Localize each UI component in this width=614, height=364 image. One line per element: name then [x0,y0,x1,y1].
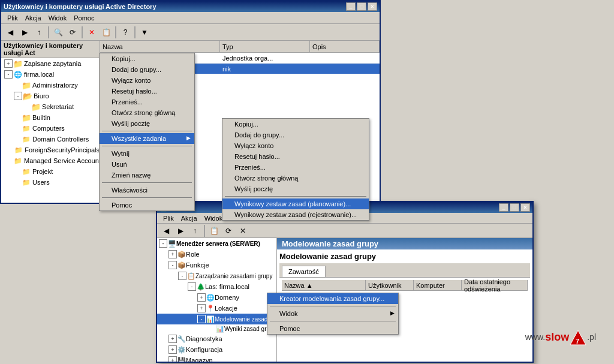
ctx-wytnij[interactable]: Wytnij [100,148,194,159]
sm-forward-btn[interactable]: ▶ [174,224,187,237]
tree-label-users: Users [32,179,50,186]
sm-gpmanage-expander[interactable]: - [178,272,186,280]
menu-pomoc[interactable]: Pomoc [70,13,98,23]
sm-las-expander[interactable]: - [188,282,196,291]
sm-minimize[interactable]: _ [499,203,508,212]
sm-lokacje-expander[interactable]: + [197,304,206,312]
sm-col-uzytkownik[interactable]: Użytkownik [366,280,414,290]
filter-button[interactable]: ▼ [138,26,151,39]
sm-modelowanie-expander[interactable]: - [197,315,206,323]
sm-tree-modelowanie[interactable]: - 📊 Modelowanie zasad gru [157,314,276,324]
tree-item-administratorzy[interactable]: 📁 Administratorzy [1,80,100,91]
forward-button[interactable]: ▶ [18,26,31,39]
ctx-wlasciwosci[interactable]: Właściwości [100,185,194,195]
sm-maximize[interactable]: □ [510,203,519,212]
sub-kopiuj[interactable]: Kopiuj... [222,119,369,130]
sm-role-expander[interactable]: + [168,250,177,258]
tree-item-computers[interactable]: 📁 Computers [1,123,100,134]
sm-tree-gpmanage[interactable]: - 📋 Zarządzanie zasadami grupy [157,270,276,281]
sm-tree-las[interactable]: - 🌲 Las: firma.local [157,281,276,292]
refresh-button[interactable]: ⟳ [66,26,79,39]
sm-tab-zawartosc[interactable]: Zawartość [282,266,326,277]
ctx-przenies[interactable]: Przenieś... [100,97,194,107]
sm-tree-lokacje[interactable]: + 📍 Lokacje [157,303,276,314]
tree-item-saved-queries[interactable]: + 📁 Zapisane zapytania [1,58,100,69]
tree-item-projekt[interactable]: 📁 Projekt [1,166,100,177]
ctx-resetuj[interactable]: Resetuj hasło... [100,86,194,97]
col-header-name[interactable]: Nazwa [100,41,220,52]
close-button[interactable]: × [368,2,377,11]
search-button[interactable]: 🔍 [52,26,65,39]
ctx-kopiuj[interactable]: Kopiuj... [100,53,194,64]
sm-ctx-widok[interactable]: Widok [267,308,398,319]
sub-wynikowy-planowanie[interactable]: Wynikowy zestaw zasad (planowanie)... [222,198,369,209]
sub-wynikowy-rejestrowanie[interactable]: Wynikowy zestaw zasad (rejestrowanie)... [222,209,369,220]
expander-saved-queries[interactable]: + [4,59,13,68]
ctx-wylacz[interactable]: Wyłącz konto [100,75,194,86]
ctx-usun[interactable]: Usuń [100,159,194,170]
sub-dodaj[interactable]: Dodaj do grupy... [222,130,369,140]
sub-otworz[interactable]: Otwórz stronę główną [222,173,369,183]
sm-domeny-expander[interactable]: + [197,293,206,302]
tree-item-users[interactable]: 📁 Users [1,177,100,188]
tree-item-fsp[interactable]: 📁 ForeignSecurityPrincipals [1,145,100,155]
ctx-otworz[interactable]: Otwórz stronę główną [100,107,194,118]
sub-wyslij[interactable]: Wyślij pocztę [222,183,369,194]
sm-col-komputer[interactable]: Komputer [414,280,462,290]
sm-tree-domeny[interactable]: + 🌐 Domeny [157,292,276,303]
properties-button[interactable]: 📋 [100,26,113,39]
expander-firma[interactable]: - [4,70,13,79]
sm-icon-btn-2[interactable]: ⟳ [222,224,235,237]
menu-plik[interactable]: Plik [4,13,22,23]
sub-wylacz[interactable]: Wyłącz konto [222,140,369,151]
sm-tree-funkcje[interactable]: - 📦 Funkcje [157,260,276,270]
sm-tree-role[interactable]: + 📦 Role [157,249,276,260]
back-button[interactable]: ◀ [4,26,17,39]
sm-ctx-kreator[interactable]: Kreator modelowania zasad grupy... [267,293,398,304]
tree-item-builtin[interactable]: 📁 Builtin [1,112,100,123]
tree-item-biuro[interactable]: - 📂 Biuro [1,91,100,101]
menu-widok[interactable]: Widok [45,13,71,23]
sm-icon-btn-3[interactable]: ✕ [236,224,249,237]
tree-item-sekretariat[interactable]: 📁 Sekretariat [1,101,100,112]
sm-col-data[interactable]: Data ostatniego odświeżenia [462,280,528,290]
sm-root-expander[interactable]: - [159,239,167,248]
expander-biuro[interactable]: - [14,92,22,100]
sm-menu-plik[interactable]: Plik [159,213,177,223]
tree-item-msa[interactable]: 📁 Managed Service Accounts [1,155,100,166]
tree-item-dc[interactable]: 📁 Domain Controllers [1,134,100,145]
sm-tree-wyniki[interactable]: 📊 Wyniki zasad grupy [157,324,276,333]
sm-back-btn[interactable]: ◀ [159,224,173,237]
menu-akcja[interactable]: Akcja [22,13,45,23]
up-button[interactable]: ↑ [32,26,46,39]
sm-tree-diagnostyka[interactable]: + 🔧 Diagnostyka [157,333,276,344]
sub-przenies[interactable]: Przenieś... [222,162,369,173]
help-button[interactable]: ? [119,26,132,39]
ctx-wszystkie-zadania[interactable]: Wszystkie zadania [100,133,194,144]
ctx-wyslij[interactable]: Wyślij pocztę [100,118,194,129]
sm-tree-magazyn[interactable]: + 💾 Magazyn [157,355,276,362]
sm-diag-expander[interactable]: + [168,335,177,343]
cell-type-beata: nik [220,65,310,73]
col-header-desc[interactable]: Opis [310,41,380,52]
delete-button[interactable]: ✕ [85,26,98,39]
ctx-dodaj[interactable]: Dodaj do grupy... [100,64,194,75]
sub-resetuj[interactable]: Resetuj hasło... [222,151,369,162]
minimize-button[interactable]: _ [346,2,356,11]
sm-konfig-expander[interactable]: + [168,345,177,354]
ctx-pomoc[interactable]: Pomoc [100,200,194,210]
sm-ctx-pomoc[interactable]: Pomoc [267,323,398,334]
sm-col-nazwa[interactable]: Nazwa ▲ [282,280,366,290]
maximize-button[interactable]: □ [357,2,366,11]
sm-tree-root[interactable]: - 🖥️ Menedżer serwera (SERWER) [157,238,276,249]
sm-funkcje-expander[interactable]: - [168,261,177,269]
sm-menu-akcja[interactable]: Akcja [177,213,201,223]
sm-icon-btn-1[interactable]: 📋 [207,224,221,237]
tree-item-firma-local[interactable]: - 🌐 firma.local [1,69,100,80]
col-header-type[interactable]: Typ [220,41,310,52]
sm-tree-konfiguracja[interactable]: + ⚙️ Konfiguracja [157,344,276,355]
sm-up-btn[interactable]: ↑ [188,224,201,237]
ctx-zmien-nazwe[interactable]: Zmień nazwę [100,170,194,181]
sm-mag-expander[interactable]: + [168,356,177,362]
sm-close[interactable]: × [520,203,530,212]
